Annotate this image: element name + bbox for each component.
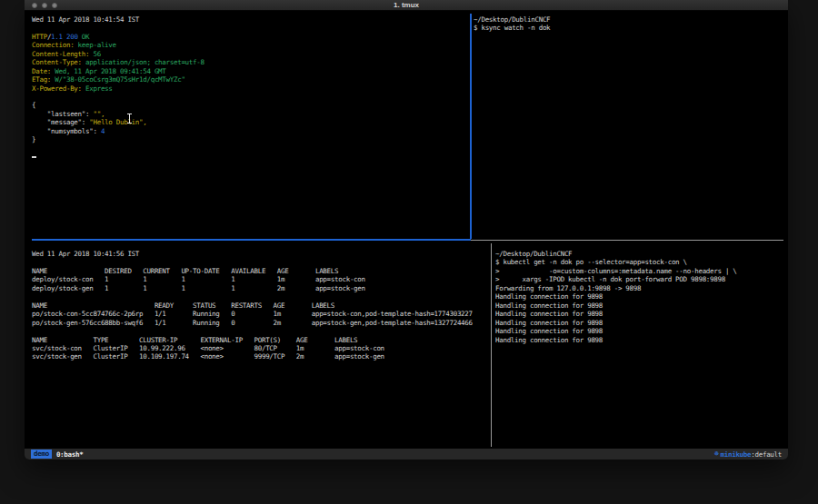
tmux-terminal: Wed 11 Apr 2018 10:41:54 IST HTTP/1.1 20… bbox=[25, 12, 788, 448]
json-lastseen-line: "lastseen": "", bbox=[32, 110, 468, 118]
json-numsymbols-line: "numsymbols": 4 bbox=[32, 127, 468, 135]
terminal-window: 1. tmux Wed 11 Apr 2018 10:41:54 IST HTT… bbox=[25, 0, 788, 460]
pane-kubectl-get[interactable]: Wed 11 Apr 2018 10:41:56 IST NAME DESIRE… bbox=[32, 250, 489, 361]
http-header-line: Content-Length: 56 bbox=[32, 50, 468, 58]
kubectl-get-output: Wed 11 Apr 2018 10:41:56 IST NAME DESIRE… bbox=[32, 250, 489, 361]
window-tab[interactable]: 0:bash* bbox=[56, 450, 84, 459]
http-header-line: Date: Wed, 11 Apr 2018 09:41:54 GMT bbox=[32, 67, 468, 75]
pane-port-forward[interactable]: ~/Desktop/DublinCNCF $ kubectl get -n do… bbox=[495, 250, 782, 344]
window-title: 1. tmux bbox=[25, 1, 788, 9]
http-status-line: HTTP/1.1 200 OK bbox=[32, 33, 468, 41]
json-close-brace: } bbox=[32, 135, 468, 143]
pane-ksync[interactable]: ~/Desktop/DublinCNCF $ ksync watch -n do… bbox=[474, 15, 783, 33]
json-message-line: "message": "Hello Dublin", bbox=[32, 118, 468, 126]
port-forward-output: ~/Desktop/DublinCNCF $ kubectl get -n do… bbox=[495, 250, 782, 344]
json-open-brace: { bbox=[32, 101, 468, 109]
terminal-cursor bbox=[32, 156, 36, 158]
blank-line bbox=[32, 24, 468, 32]
tmux-status-bar: demo 0:bash* ☸ minikube :default bbox=[25, 449, 788, 460]
http-header-line: Content-Type: application/json; charset=… bbox=[32, 58, 468, 66]
kubernetes-icon: ☸ bbox=[714, 450, 719, 459]
window-titlebar[interactable]: 1. tmux bbox=[25, 0, 788, 11]
pane-border-horizontal-active[interactable] bbox=[32, 239, 471, 241]
pane-border-vertical-bottom[interactable] bbox=[491, 243, 492, 447]
pane-http-response[interactable]: Wed 11 Apr 2018 10:41:54 IST HTTP/1.1 20… bbox=[32, 15, 468, 161]
session-name[interactable]: demo bbox=[31, 450, 52, 459]
blank-line bbox=[32, 93, 468, 101]
ksync-output: ~/Desktop/DublinCNCF $ ksync watch -n do… bbox=[474, 15, 783, 33]
http-header-line: ETag: W/"38-05coCsrg3mQ75sHr1d/qcMTwYZc" bbox=[32, 75, 468, 84]
pane-border-vertical-top[interactable] bbox=[470, 14, 472, 239]
timestamp-line: Wed 11 Apr 2018 10:41:54 IST bbox=[32, 15, 468, 24]
http-header-line: Connection: keep-alive bbox=[32, 41, 468, 49]
kube-context: minikube bbox=[721, 450, 752, 459]
mouse-cursor-ibeam bbox=[126, 114, 133, 124]
prompt-line bbox=[32, 153, 468, 161]
blank-line bbox=[32, 144, 468, 153]
http-header-line: X-Powered-By: Express bbox=[32, 84, 468, 93]
pane-border-horizontal[interactable] bbox=[471, 240, 783, 241]
kube-namespace: :default bbox=[751, 450, 782, 459]
desktop-background: 1. tmux Wed 11 Apr 2018 10:41:54 IST HTT… bbox=[0, 0, 818, 504]
